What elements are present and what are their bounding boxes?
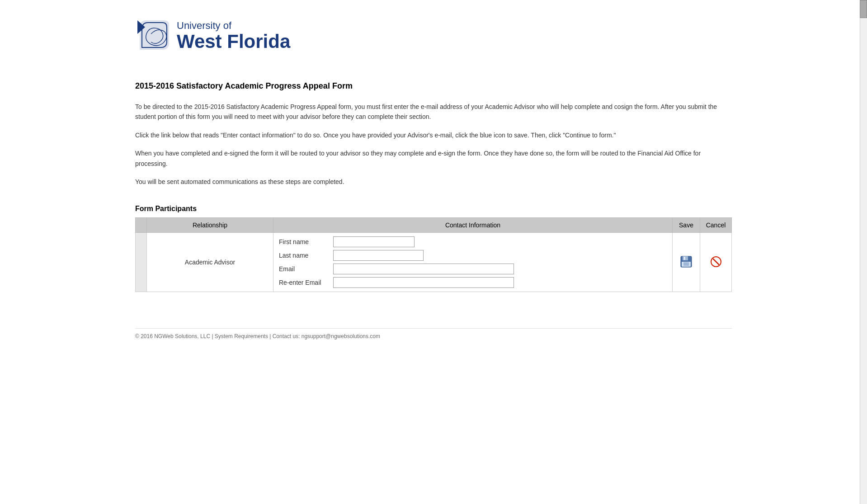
- form-title: 2015-2016 Satisfactory Academic Progress…: [135, 81, 732, 91]
- main-content: 2015-2016 Satisfactory Academic Progress…: [135, 68, 732, 339]
- participants-section-title: Form Participants: [135, 205, 732, 213]
- reemail-input[interactable]: [333, 277, 514, 288]
- footer-contact: Contact us: ngsupport@ngwebsolutions.com: [273, 333, 380, 339]
- lastname-label: Last name: [279, 252, 333, 259]
- scrollbar[interactable]: [860, 0, 867, 504]
- intro-paragraph-1: To be directed to the 2015-2016 Satisfac…: [135, 102, 732, 122]
- footer: © 2016 NGWeb Solutions, LLC | System Req…: [135, 328, 732, 339]
- col-header-contact: Contact Information: [273, 218, 673, 233]
- col-header-indicator: [136, 218, 147, 233]
- floppy-disk-icon: [680, 255, 693, 268]
- footer-system-req[interactable]: System Requirements: [215, 333, 268, 339]
- table-row: Academic Advisor First name Last name Em…: [136, 233, 732, 292]
- firstname-input[interactable]: [333, 236, 415, 247]
- uwf-logo-icon: [135, 18, 171, 54]
- logo-name-line: West Florida: [177, 31, 290, 52]
- row-cancel: [700, 233, 732, 292]
- intro-paragraph-3: When you have completed and e-signed the…: [135, 148, 732, 169]
- col-header-cancel: Cancel: [700, 218, 732, 233]
- row-contact: First name Last name Email Re-enter Emai…: [273, 233, 673, 292]
- email-input[interactable]: [333, 264, 514, 274]
- reemail-label: Re-enter Email: [279, 279, 333, 286]
- email-label: Email: [279, 265, 333, 273]
- save-button[interactable]: [678, 254, 694, 271]
- intro-paragraph-4: You will be sent automated communication…: [135, 177, 732, 187]
- cancel-button[interactable]: [708, 254, 724, 271]
- logo-text: University of West Florida: [177, 20, 290, 52]
- contact-fields: First name Last name Email Re-enter Emai…: [279, 236, 667, 288]
- scrollbar-thumb[interactable]: [860, 0, 867, 18]
- lastname-input[interactable]: [333, 250, 424, 261]
- firstname-label: First name: [279, 238, 333, 245]
- header: University of West Florida: [135, 9, 732, 68]
- col-header-save: Save: [673, 218, 700, 233]
- logo-university-line: University of: [177, 20, 290, 31]
- col-header-relationship: Relationship: [147, 218, 273, 233]
- form-participants-section: Form Participants Relationship Contact I…: [135, 205, 732, 292]
- row-save: [673, 233, 700, 292]
- intro-paragraph-2: Click the link below that reads "Enter c…: [135, 130, 732, 140]
- row-indicator: [136, 233, 147, 292]
- svg-rect-6: [683, 262, 689, 266]
- svg-rect-4: [684, 257, 685, 260]
- participants-table: Relationship Contact Information Save Ca…: [135, 217, 732, 292]
- relationship-label: Academic Advisor: [185, 259, 235, 266]
- cancel-circle-icon: [710, 256, 722, 268]
- footer-copyright: © 2016 NGWeb Solutions, LLC: [135, 333, 210, 339]
- row-relationship: Academic Advisor: [147, 233, 273, 292]
- logo-container: University of West Florida: [135, 18, 732, 54]
